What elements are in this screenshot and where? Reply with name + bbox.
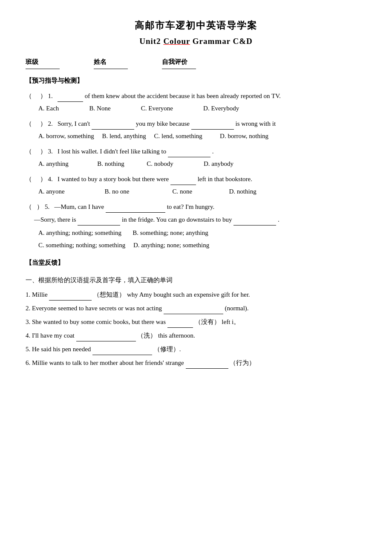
s2-i4-text: this afternoon. <box>158 332 195 339</box>
s2-i2-hint: (normal). <box>225 305 248 312</box>
s2-i3-blank <box>167 316 193 328</box>
q5-text3: —Sorry, there is <box>34 216 78 223</box>
s2-i4-hint: （洗） <box>137 332 156 339</box>
s2-i1-text: why Amy bought such an expensive gift fo… <box>127 291 250 298</box>
s2-item1: 1. Millie （想知道） why Amy bought such an e… <box>26 289 366 301</box>
q5-blank2 <box>78 214 120 225</box>
sub-title: Unit2 Colour Grammar C&D <box>26 34 366 49</box>
q4-optC: C. none <box>173 188 228 195</box>
s2-i3-num: 3. She wanted to buy some comic books, b… <box>26 318 167 325</box>
sub-part1: Unit2 <box>139 37 163 46</box>
q5-optD: D. anything; none; something <box>133 242 209 249</box>
part1-title: 一、根据所给的汉语提示及首字母，填入正确的单词 <box>26 275 366 286</box>
class-label: 班级 <box>26 56 60 69</box>
q2-text1: Sorry, I can't <box>58 120 92 127</box>
q3-num: 3. <box>48 148 56 155</box>
q5-text5: . <box>278 216 280 223</box>
s2-i1-hint: （想知道） <box>93 291 125 298</box>
s2-i1-blank <box>49 289 92 301</box>
q1-options: A. Each B. None C. Everyone D. Everybody <box>38 103 366 114</box>
q3-optB: B. nothing <box>97 160 145 167</box>
q4-text: I wanted to buy a story book but there w… <box>58 176 170 182</box>
s2-i2-num: 2. Everyone seemed to have secrets or wa… <box>26 305 164 312</box>
q4-line: （ ） 4. I wanted to buy a story book but … <box>26 173 366 185</box>
q2-line: （ ） 2. Sorry, I can't you my bike becaus… <box>26 118 366 130</box>
q1-text: of them knew about the accident because … <box>85 92 281 99</box>
q2-optD: D. borrow, nothing <box>220 133 268 139</box>
section2-title: 【当堂反馈】 <box>26 257 366 269</box>
q4-optA: A. anyone <box>38 188 103 195</box>
q2-blank2 <box>191 118 234 130</box>
q4-blank <box>170 173 196 185</box>
q4-optB: B. no one <box>104 188 170 195</box>
s2-i4-blank <box>76 330 136 341</box>
s2-i5-num: 5. He said his pen needed <box>26 346 91 353</box>
q3-optC: C. nobody <box>147 160 202 167</box>
q3-period: . <box>212 148 214 155</box>
q1-num: 1. <box>48 92 56 99</box>
q3-line: （ ） 3. I lost his wallet. I didn't feel … <box>26 145 366 157</box>
s2-i5-blank <box>92 343 152 355</box>
q5-line1: （ ） 5. —Mum, can I have to eat? I'm hung… <box>26 201 366 213</box>
q2-text3: is wrong with it <box>236 120 276 127</box>
s2-item3: 3. She wanted to buy some comic books, b… <box>26 316 366 328</box>
q5-blank3 <box>233 214 276 225</box>
q1-blank <box>58 90 83 102</box>
q1-optC: C. Everyone <box>141 105 202 112</box>
s2-i6-blank <box>186 357 228 369</box>
title-area: 高邮市车逻初中英语导学案 Unit2 Colour Grammar C&D <box>26 17 366 49</box>
q5-text2: to eat? I'm hungry. <box>167 203 215 210</box>
q4-options: A. anyone B. no one C. none D. nothing <box>38 186 366 197</box>
question-4: （ ） 4. I wanted to buy a story book but … <box>26 173 366 197</box>
q2-optB: B. lend, anything <box>102 133 152 139</box>
sub-underline: Colour <box>163 37 190 46</box>
s2-item4: 4. I'll have my coat （洗） this afternoon. <box>26 330 366 341</box>
s2-item6: 6. Millie wants to talk to her mother ab… <box>26 357 366 369</box>
q2-blank1 <box>92 118 134 130</box>
name-label: 姓名 <box>94 56 128 69</box>
q2-optC: C. lend, something <box>154 133 219 139</box>
s2-i2-blank <box>164 302 223 314</box>
s2-item5: 5. He said his pen needed （修理）. <box>26 343 366 355</box>
q5-line2: —Sorry, there is in the fridge. You can … <box>34 214 366 225</box>
q4-text2: left in that bookstore. <box>198 176 252 182</box>
header-row: 班级 姓名 自我评价 <box>26 56 366 69</box>
q5-num: 5. <box>45 203 53 210</box>
s2-i3-text: left i。 <box>222 318 240 325</box>
q2-bracket-open: （ ） <box>26 120 46 127</box>
question-5: （ ） 5. —Mum, can I have to eat? I'm hung… <box>26 201 366 251</box>
q1-optD: D. Everybody <box>203 105 239 112</box>
question-3: （ ） 3. I lost his wallet. I didn't feel … <box>26 145 366 170</box>
section1-title: 【预习指导与检测】 <box>26 75 366 87</box>
main-title: 高邮市车逻初中英语导学案 <box>26 17 366 34</box>
q2-optA: A. borrow, something <box>38 133 101 139</box>
s2-i1-num: 1. Millie <box>26 291 49 298</box>
q1-bracket-open: （ ） <box>26 92 46 99</box>
q5-blank1 <box>106 201 165 213</box>
q5-optB: B. something; none; anything <box>133 229 208 236</box>
q1-optA: A. Each <box>38 105 88 112</box>
s2-i4-num: 4. I'll have my coat <box>26 332 75 339</box>
q5-optC: C. something; nothing; something <box>38 242 132 249</box>
s2-i5-hint: （修理）. <box>154 346 181 353</box>
q4-num: 4. <box>48 176 56 182</box>
s2-i6-hint: （行为） <box>230 359 255 366</box>
q5-options-ab: A. anything; nothing; something B. somet… <box>38 227 366 239</box>
q3-bracket-open: （ ） <box>26 148 46 155</box>
s2-item2: 2. Everyone seemed to have secrets or wa… <box>26 302 366 314</box>
q1-line: （ ） 1. of them knew about the accident b… <box>26 90 366 102</box>
q3-text: I lost his wallet. I didn't feel like ta… <box>58 148 168 155</box>
q1-optB: B. None <box>89 105 140 112</box>
question-1: （ ） 1. of them knew about the accident b… <box>26 90 366 114</box>
q3-optA: A. anything <box>38 160 96 167</box>
self-eval-label: 自我评价 <box>162 56 196 69</box>
q3-optD: D. anybody <box>204 160 233 167</box>
s2-i6-num: 6. Millie wants to talk to her mother ab… <box>26 359 186 366</box>
sub-part2: Grammar C&D <box>190 37 253 46</box>
q4-optD: D. nothing <box>229 188 257 195</box>
q3-options: A. anything B. nothing C. nobody D. anyb… <box>38 158 366 170</box>
q2-num: 2. <box>48 120 56 127</box>
q2-text2: you my bike because <box>136 120 191 127</box>
q2-options: A. borrow, something B. lend, anything C… <box>38 130 366 142</box>
q5-optA: A. anything; nothing; something <box>38 229 131 236</box>
